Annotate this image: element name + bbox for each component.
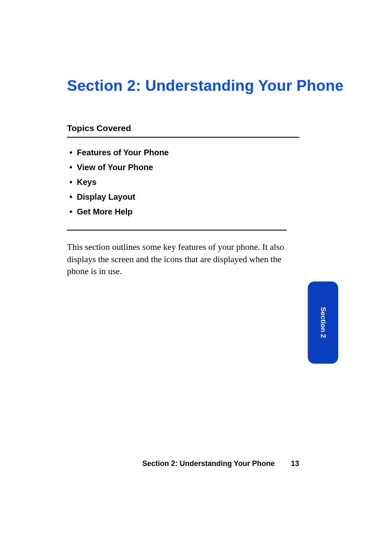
list-item: View of Your Phone xyxy=(67,163,299,172)
page-footer: Section 2: Understanding Your Phone 13 xyxy=(67,459,299,468)
topics-heading: Topics Covered xyxy=(67,123,131,133)
list-item: Features of Your Phone xyxy=(67,148,299,157)
footer-page-number: 13 xyxy=(291,459,299,468)
intro-paragraph: This section outlines some key features … xyxy=(67,241,302,278)
topics-divider-top xyxy=(67,137,299,138)
section-tab-label: Section 2 xyxy=(319,307,327,338)
topics-divider-bottom xyxy=(67,230,287,231)
footer-title: Section 2: Understanding Your Phone xyxy=(142,459,274,468)
section-title: Section 2: Understanding Your Phone xyxy=(67,77,344,95)
section-tab: Section 2 xyxy=(308,281,338,364)
list-item: Get More Help xyxy=(67,207,299,217)
topics-list: Features of Your Phone View of Your Phon… xyxy=(67,148,299,222)
list-item: Keys xyxy=(67,178,299,187)
list-item: Display Layout xyxy=(67,192,299,202)
